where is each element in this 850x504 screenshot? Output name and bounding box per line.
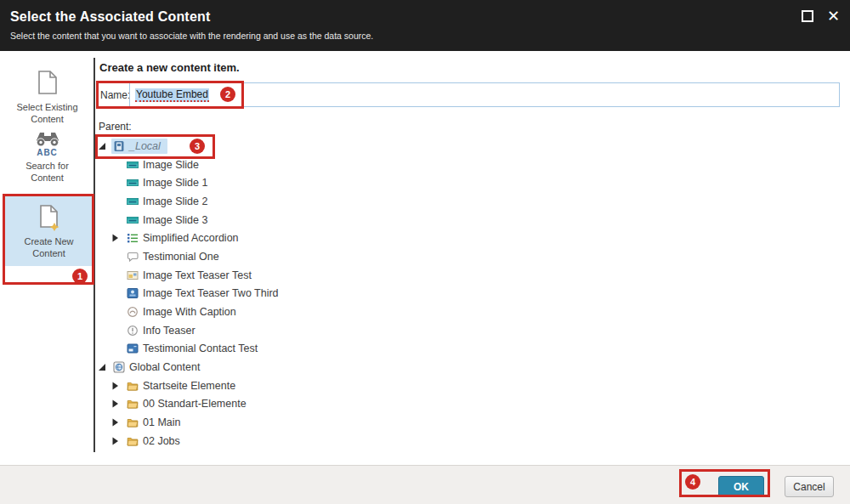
sidebar-item-select-existing-content[interactable]: Select Existing Content [0, 70, 94, 126]
expand-toggle-icon[interactable] [111, 381, 125, 391]
toggle-spacer [111, 252, 125, 262]
image-text-teaser-blue-icon [127, 287, 139, 299]
ok-button[interactable]: OK [718, 476, 764, 497]
tree-item[interactable]: Image Slide [0, 156, 646, 174]
parent-field-label: Parent: [99, 121, 132, 133]
tree-item-label: Image Text Teaser Test [143, 269, 252, 281]
info-circle-icon [127, 325, 139, 337]
tree-item-label: Image Slide 2 [143, 195, 207, 207]
toggle-spacer [111, 196, 125, 207]
tree-item[interactable]: 00 Standart-Elemente [0, 395, 646, 414]
content-tree: _LocalImage SlideImage Slide 1Image Slid… [0, 137, 646, 450]
name-field-label: Name: [100, 89, 130, 101]
tree-item[interactable]: Startseite Elemente [0, 377, 646, 395]
toggle-spacer [111, 215, 125, 225]
image-caption-icon [127, 306, 139, 318]
tree-item-label: Testimonial One [143, 251, 219, 263]
tree-item[interactable]: Image With Caption [0, 303, 646, 321]
expand-toggle-icon[interactable] [111, 417, 125, 428]
cancel-button[interactable]: Cancel [785, 476, 834, 497]
image-text-teaser-icon [127, 269, 139, 281]
tree-item-label: Image With Caption [143, 306, 236, 318]
window-controls: ✕ [802, 10, 840, 22]
name-input[interactable]: Youtube Embed [129, 82, 840, 107]
dialog-header: Select the Associated Content Select the… [0, 0, 850, 51]
toggle-spacer [111, 288, 125, 298]
tree-item-inner[interactable]: Simplified Accordion [125, 230, 246, 246]
close-icon[interactable]: ✕ [827, 10, 840, 22]
tree-item[interactable]: Image Slide 1 [0, 173, 646, 192]
tree-item-label: Info Teaser [143, 325, 196, 337]
tree-item[interactable]: 01 Main [0, 413, 646, 432]
folder-icon [127, 380, 139, 392]
tree-item-inner[interactable]: Image Slide 3 [125, 212, 214, 228]
expand-toggle-icon[interactable] [111, 399, 125, 409]
tree-item-label: Image Slide 3 [143, 214, 207, 226]
tree-item-label: Image Slide [143, 159, 199, 171]
tree-item[interactable]: Image Text Teaser Two Third [0, 285, 646, 303]
expand-toggle-icon[interactable] [111, 436, 125, 446]
tree-item[interactable]: Image Slide 2 [0, 192, 646, 211]
tree-item-inner[interactable]: Global Content [111, 360, 207, 375]
tree-item[interactable]: Info Teaser [0, 321, 646, 340]
tree-item-inner[interactable]: Info Teaser [125, 323, 202, 338]
tree-item-label: Image Text Teaser Two Third [143, 287, 279, 299]
tree-item-label: Simplified Accordion [143, 232, 239, 244]
tree-item-label: Global Content [129, 361, 200, 373]
tree-item-inner[interactable]: Image Slide [125, 157, 206, 173]
collapse-toggle-icon[interactable] [98, 362, 111, 372]
tree-item[interactable]: _Local [0, 137, 646, 156]
tree-item-inner[interactable]: Image Text Teaser Two Third [125, 286, 286, 301]
tree-item-inner[interactable]: Image Slide 1 [125, 175, 214, 190]
tree-item-label: 01 Main [143, 416, 180, 428]
tree-item[interactable]: Image Slide 3 [0, 211, 646, 229]
folder-icon [127, 435, 139, 447]
tree-item-label: _Local [129, 140, 161, 152]
tree-item[interactable]: Testimonial Contact Test [0, 340, 646, 359]
tree-item[interactable]: Image Text Teaser Test [0, 266, 646, 285]
image-slide-icon [127, 159, 139, 171]
tree-item-label: Testimonial Contact Test [143, 343, 258, 354]
tree-item-inner[interactable]: 00 Standart-Elemente [125, 396, 253, 411]
dialog-subtitle: Select the content that you want to asso… [10, 31, 373, 41]
tree-item-label: Startseite Elemente [143, 380, 235, 392]
tree-item-inner[interactable]: 02 Jobs [125, 433, 187, 449]
page-title: Create a new content item. [99, 61, 240, 74]
tree-item-inner[interactable]: Image Text Teaser Test [125, 268, 258, 283]
tree-item-label: 00 Standart-Elemente [143, 398, 246, 410]
tree-item[interactable]: Testimonial One [0, 247, 646, 266]
toggle-spacer [111, 326, 125, 336]
contact-card-icon [127, 343, 139, 354]
document-icon [0, 70, 94, 99]
image-slide-icon [127, 195, 139, 207]
dialog-title: Select the Associated Content [10, 9, 210, 25]
associated-content-dialog: Select the Associated Content Select the… [0, 0, 850, 504]
expand-toggle-icon[interactable] [111, 233, 125, 243]
toggle-spacer [111, 178, 125, 188]
tree-item-inner[interactable]: Image Slide 2 [125, 194, 214, 209]
speech-bubble-icon [127, 251, 139, 263]
name-input-selected-text: Youtube Embed [135, 88, 209, 102]
tree-item[interactable]: Simplified Accordion [0, 229, 646, 247]
tree-item-inner[interactable]: 01 Main [125, 415, 187, 430]
tree-item-label: Image Slide 1 [143, 177, 207, 189]
toggle-spacer [111, 270, 125, 280]
maximize-icon[interactable] [802, 10, 813, 22]
tree-item[interactable]: 02 Jobs [0, 432, 646, 450]
image-slide-icon [127, 214, 139, 226]
dialog-footer: OK Cancel [0, 465, 850, 504]
tree-item[interactable]: Global Content [0, 358, 646, 377]
image-slide-icon [127, 177, 139, 189]
tree-item-inner[interactable]: Testimonial One [125, 249, 226, 264]
tree-item-label: 02 Jobs [143, 435, 180, 447]
globe-box-icon [113, 361, 125, 373]
tree-item-inner[interactable]: Testimonial Contact Test [125, 341, 264, 356]
local-item-icon [113, 140, 125, 152]
toggle-spacer [111, 343, 125, 354]
tree-item-inner[interactable]: _Local [111, 139, 167, 154]
folder-icon [127, 416, 139, 428]
tree-item-inner[interactable]: Startseite Elemente [125, 378, 242, 394]
tree-item-inner[interactable]: Image With Caption [125, 304, 243, 320]
collapse-toggle-icon[interactable] [98, 141, 111, 151]
toggle-spacer [111, 160, 125, 170]
